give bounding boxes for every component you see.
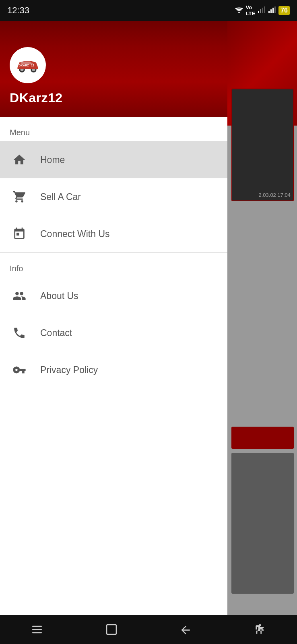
status-bar: 12:33 VoLTE (0, 0, 297, 21)
menu-label-home: Home (40, 155, 65, 165)
drawer-menu: Menu Home Sell A Car Connect W (0, 117, 227, 644)
logo-inner: DKARZ 12 (13, 51, 42, 80)
menu-item-about-us[interactable]: About Us (0, 277, 227, 314)
svg-text:DKARZ: DKARZ (19, 64, 29, 67)
menu-item-home[interactable]: Home (0, 141, 227, 178)
signal2-icon (268, 6, 276, 15)
menu-item-connect-with-us[interactable]: Connect With Us (0, 215, 227, 252)
nav-menu-button[interactable] (25, 617, 49, 642)
nav-accessibility-button[interactable] (248, 617, 272, 642)
drawer-app-name: DKarz12 (10, 91, 218, 105)
svg-rect-5 (268, 11, 270, 13)
calendar-icon (10, 224, 29, 244)
menu-label-contact: Contact (40, 328, 72, 339)
menu-label-about-us: About Us (40, 291, 78, 301)
volte-icon: VoLTE (246, 4, 256, 17)
app-logo: DKARZ 12 (10, 47, 46, 83)
nav-home-button[interactable] (99, 617, 124, 642)
phone-icon (10, 323, 29, 343)
section-label-menu: Menu (0, 117, 227, 141)
svg-rect-2 (260, 9, 261, 13)
svg-rect-4 (264, 6, 265, 13)
logo-svg: DKARZ 12 (15, 57, 41, 73)
svg-rect-3 (262, 8, 263, 13)
nav-back-button[interactable] (173, 617, 198, 642)
svg-rect-16 (32, 629, 42, 630)
key-icon (10, 360, 29, 380)
status-icons: VoLTE 76 (235, 4, 290, 17)
svg-rect-17 (32, 632, 42, 634)
svg-rect-8 (274, 6, 276, 13)
svg-text:12: 12 (31, 64, 34, 67)
menu-label-sell-a-car: Sell A Car (40, 192, 81, 202)
status-time: 12:33 (7, 5, 29, 16)
svg-point-0 (238, 12, 240, 13)
people-icon (10, 286, 29, 305)
navigation-drawer: DKARZ 12 DKarz12 Menu Home S (0, 0, 227, 644)
svg-rect-6 (270, 9, 272, 13)
svg-rect-1 (258, 11, 259, 13)
bg-image-bottom (231, 453, 294, 594)
svg-rect-18 (107, 625, 116, 634)
svg-rect-7 (272, 8, 274, 13)
section-label-info: Info (0, 253, 227, 277)
bg-red-bar (231, 427, 294, 449)
wifi-icon (235, 6, 243, 15)
menu-section-info: Info About Us Contact Privacy (0, 253, 227, 388)
svg-rect-15 (32, 626, 42, 627)
menu-item-privacy-policy[interactable]: Privacy Policy (0, 351, 227, 388)
menu-label-connect-with-us: Connect With Us (40, 229, 110, 239)
menu-item-sell-a-car[interactable]: Sell A Car (0, 178, 227, 215)
battery-indicator: 76 (278, 6, 290, 15)
bg-timestamp: 2.03.02 17:04 (258, 192, 291, 198)
signal1-icon (258, 6, 266, 15)
bg-image-top: 2.03.02 17:04 (231, 89, 294, 201)
menu-item-contact[interactable]: Contact (0, 314, 227, 351)
menu-section-menu: Menu Home Sell A Car Connect W (0, 117, 227, 252)
home-icon (10, 150, 29, 169)
menu-label-privacy-policy: Privacy Policy (40, 365, 98, 376)
cart-icon (10, 187, 29, 206)
bottom-nav-bar (0, 615, 297, 644)
